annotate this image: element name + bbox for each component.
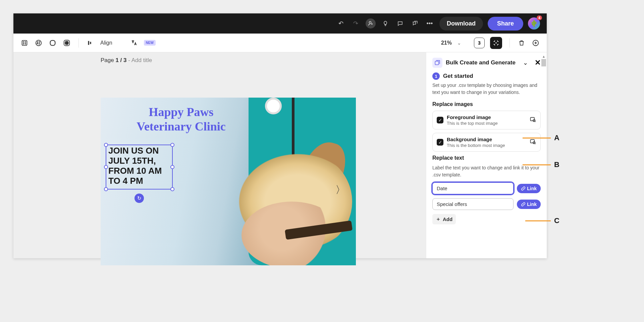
svg-point-4: [23, 43, 24, 44]
crop-icon[interactable]: [20, 39, 29, 47]
option-title: Background image: [447, 137, 526, 142]
option-subtitle: This is the bottom most image: [447, 143, 526, 148]
svg-point-6: [36, 40, 42, 46]
checkbox-checked-icon[interactable]: ✓: [437, 139, 443, 146]
callout-label-b: B: [554, 160, 559, 169]
option-subtitle: This is the top most image: [447, 121, 526, 126]
canvas-area[interactable]: Happy Paws Veterinary Clinic JOIN US ON …: [13, 52, 547, 258]
app-window: ↶ ↷ ••• Download Share 🌵 4: [13, 13, 547, 258]
text-label-input-special-offers[interactable]: [432, 198, 514, 210]
panel-title: Bulk Create and Generate: [446, 59, 520, 66]
svg-point-7: [37, 42, 38, 42]
chevron-down-icon[interactable]: ⌄: [457, 40, 461, 46]
new-badge: NEW: [144, 40, 156, 46]
resize-handle[interactable]: [104, 143, 108, 147]
replace-images-title: Replace images: [432, 101, 541, 107]
poster-title[interactable]: Happy Paws Veterinary Clinic: [114, 105, 248, 134]
svg-rect-11: [50, 40, 55, 45]
inspect-icon[interactable]: [530, 116, 536, 124]
svg-point-2: [23, 42, 24, 42]
svg-rect-15: [90, 42, 91, 44]
svg-point-0: [369, 21, 371, 23]
callout-label-a: A: [554, 133, 559, 142]
selection-box[interactable]: JOIN US ON JULY 15TH, FROM 10 AM TO 4 PM…: [106, 145, 173, 190]
replace-text-title: Replace text: [432, 155, 541, 161]
resize-handle[interactable]: [170, 165, 174, 169]
svg-point-3: [25, 42, 26, 42]
present-icon[interactable]: [410, 18, 420, 29]
collapse-panel-icon[interactable]: ⌄: [523, 59, 528, 66]
checkbox-checked-icon[interactable]: ✓: [437, 117, 443, 123]
plus-icon: ＋: [436, 216, 441, 222]
svg-rect-13: [65, 41, 68, 44]
svg-rect-14: [88, 41, 89, 45]
scrollbar-up-arrow[interactable]: ▴: [542, 54, 546, 58]
svg-rect-17: [435, 61, 439, 65]
resize-handle[interactable]: [104, 165, 108, 169]
align-label: Align: [100, 40, 112, 46]
shape-filled-icon[interactable]: [62, 39, 71, 47]
svg-point-9: [37, 43, 38, 44]
align-icon[interactable]: [86, 39, 95, 47]
resize-handle[interactable]: [104, 187, 108, 191]
svg-point-5: [25, 43, 26, 44]
link-button[interactable]: Link: [517, 184, 541, 193]
more-icon[interactable]: •••: [425, 18, 435, 29]
page-indicator[interactable]: Page 1 / 3 - Add title: [101, 57, 152, 64]
callout-label-c: C: [554, 216, 559, 225]
toolbar: Align NEW 21% ⌄ 3: [13, 34, 547, 52]
shape-outline-icon[interactable]: [48, 39, 57, 47]
resize-handle[interactable]: [170, 187, 174, 191]
background-image-option[interactable]: ✓ Background image This is the bottom mo…: [432, 133, 541, 152]
bulk-create-panel: Bulk Create and Generate ⌄ ✕ 1 Get start…: [426, 52, 547, 258]
link-button[interactable]: Link: [517, 200, 541, 209]
step-number: 1: [432, 72, 440, 80]
callout-line-a: [523, 138, 551, 139]
next-page-arrow[interactable]: 〉: [335, 183, 345, 197]
undo-icon[interactable]: ↶: [336, 18, 346, 29]
callout-line-b: [523, 164, 551, 165]
scrollbar-thumb[interactable]: [541, 59, 546, 66]
selected-text[interactable]: JOIN US ON JULY 15TH, FROM 10 AM TO 4 PM: [106, 145, 172, 187]
svg-rect-18: [531, 117, 535, 121]
svg-point-10: [39, 43, 40, 44]
svg-rect-1: [22, 40, 27, 45]
top-header: ↶ ↷ ••• Download Share 🌵 4: [13, 13, 547, 34]
color-icon[interactable]: [34, 39, 43, 47]
inspect-icon[interactable]: [530, 138, 536, 147]
svg-rect-20: [531, 140, 535, 143]
translate-icon[interactable]: [130, 39, 139, 47]
notification-badge: 4: [537, 15, 542, 20]
tips-icon[interactable]: [380, 18, 390, 29]
svg-point-8: [39, 42, 40, 42]
zoom-level[interactable]: 21%: [441, 40, 452, 46]
replace-text-desc: Label the text you want to change and li…: [432, 164, 541, 178]
step-title: Get started: [443, 73, 473, 79]
share-button[interactable]: Share: [488, 17, 523, 31]
resize-icon[interactable]: [490, 37, 502, 49]
invite-user-icon[interactable]: [366, 18, 376, 29]
bulk-create-icon: [432, 58, 442, 68]
text-label-input-date[interactable]: [432, 182, 514, 194]
resize-handle[interactable]: [170, 143, 174, 147]
download-button[interactable]: Download: [439, 17, 483, 31]
callout-line-c: [525, 220, 551, 221]
redo-icon[interactable]: ↷: [351, 18, 361, 29]
option-title: Foreground image: [447, 114, 526, 120]
step-description: Set up your .csv template by choosing im…: [432, 82, 541, 96]
pages-count-button[interactable]: 3: [474, 38, 485, 48]
add-text-button[interactable]: ＋ Add: [432, 214, 456, 224]
comment-icon[interactable]: [395, 18, 405, 29]
foreground-image-option[interactable]: ✓ Foreground image This is the top most …: [432, 111, 541, 129]
close-panel-icon[interactable]: ✕: [535, 58, 541, 67]
avatar[interactable]: 🌵 4: [528, 17, 540, 30]
trash-icon[interactable]: [517, 39, 526, 47]
add-page-icon[interactable]: [531, 39, 540, 47]
reset-rotation-icon[interactable]: ↻: [135, 194, 144, 203]
